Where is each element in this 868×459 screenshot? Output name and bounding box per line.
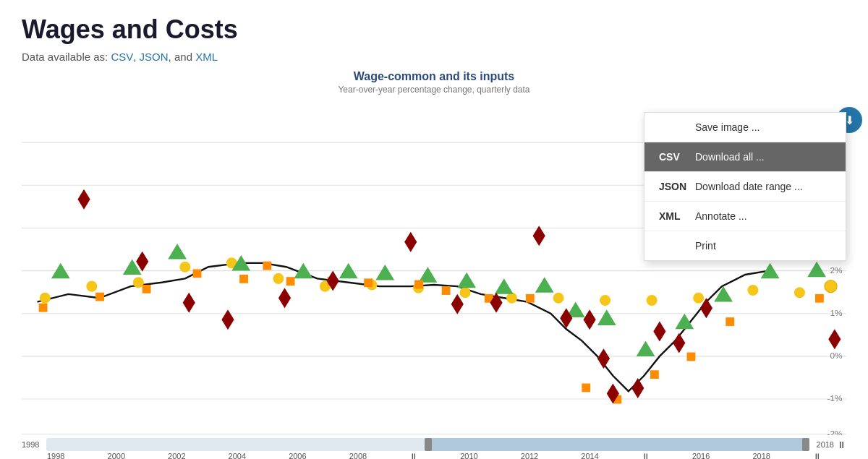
svg-rect-52 bbox=[364, 278, 373, 287]
svg-rect-54 bbox=[442, 286, 451, 295]
data-available-line: Data available as: CSV, JSON, and XML bbox=[22, 51, 846, 63]
save-image-format bbox=[659, 121, 695, 133]
svg-point-24 bbox=[794, 287, 805, 298]
svg-rect-59 bbox=[650, 370, 659, 379]
svg-point-23 bbox=[747, 285, 758, 296]
svg-rect-53 bbox=[414, 280, 423, 289]
annotate-format: XML bbox=[659, 210, 695, 222]
svg-rect-61 bbox=[726, 317, 734, 326]
csv-link[interactable]: CSV bbox=[111, 51, 133, 63]
svg-marker-79 bbox=[673, 333, 685, 353]
bottom-label-2004: 2004 bbox=[229, 452, 246, 459]
bottom-label-2012: 2012 bbox=[521, 452, 538, 459]
svg-marker-41 bbox=[714, 286, 733, 302]
dropdown-item-annotate[interactable]: XML Annotate ... bbox=[644, 202, 846, 231]
bottom-label-1998: 1998 bbox=[47, 452, 64, 459]
timeline-right-handle[interactable] bbox=[802, 438, 809, 451]
bottom-label-2002: 2002 bbox=[168, 452, 185, 459]
svg-marker-43 bbox=[807, 262, 826, 278]
print-label: Print bbox=[695, 240, 716, 252]
svg-rect-48 bbox=[239, 275, 248, 283]
svg-text:0%: 0% bbox=[830, 351, 843, 361]
bottom-pause-1[interactable]: ⏸ bbox=[409, 452, 417, 459]
bottom-label-2016: 2016 bbox=[692, 452, 710, 459]
svg-rect-62 bbox=[815, 294, 824, 303]
bottom-label-2008: 2008 bbox=[349, 452, 367, 459]
data-available-prefix: Data available as: bbox=[22, 51, 111, 63]
svg-marker-72 bbox=[533, 226, 545, 246]
svg-point-19 bbox=[553, 293, 564, 304]
svg-marker-63 bbox=[77, 189, 90, 210]
svg-marker-34 bbox=[457, 273, 476, 288]
svg-point-22 bbox=[693, 293, 704, 304]
svg-marker-74 bbox=[583, 309, 595, 330]
svg-marker-67 bbox=[278, 288, 291, 308]
svg-rect-45 bbox=[95, 293, 104, 301]
svg-rect-56 bbox=[526, 294, 535, 303]
bottom-label-2010: 2010 bbox=[460, 452, 477, 459]
download-all-label: Download all ... bbox=[695, 151, 765, 163]
bottom-label-2006: 2006 bbox=[289, 452, 306, 459]
svg-point-21 bbox=[647, 295, 658, 306]
json-link[interactable]: JSON bbox=[140, 51, 169, 63]
svg-marker-65 bbox=[183, 293, 195, 313]
svg-marker-39 bbox=[637, 340, 655, 356]
svg-marker-32 bbox=[375, 265, 394, 280]
svg-rect-57 bbox=[582, 384, 590, 392]
svg-marker-66 bbox=[221, 309, 234, 330]
svg-point-10 bbox=[133, 277, 144, 288]
xml-link[interactable]: XML bbox=[195, 51, 218, 63]
dropdown-item-save-image[interactable]: Save image ... bbox=[644, 113, 846, 142]
svg-point-13 bbox=[273, 273, 284, 284]
svg-marker-28 bbox=[168, 244, 187, 259]
chart-subtitle: Year-over-year percentage change, quarte… bbox=[22, 85, 846, 95]
svg-marker-70 bbox=[451, 294, 464, 314]
svg-marker-64 bbox=[136, 252, 148, 272]
bottom-label-2000: 2000 bbox=[108, 452, 125, 459]
timeline-left-handle[interactable] bbox=[425, 438, 432, 451]
svg-point-18 bbox=[506, 293, 517, 304]
save-image-label: Save image ... bbox=[695, 121, 760, 133]
svg-point-8 bbox=[40, 293, 51, 304]
svg-marker-78 bbox=[653, 322, 665, 342]
svg-marker-38 bbox=[597, 309, 616, 325]
dropdown-item-download-date-range[interactable]: JSON Download date range ... bbox=[644, 172, 846, 202]
svg-marker-77 bbox=[631, 378, 644, 398]
bottom-label-2014: 2014 bbox=[581, 452, 598, 459]
download-all-format: CSV bbox=[659, 151, 695, 163]
svg-point-11 bbox=[179, 262, 190, 273]
dropdown-item-download-all[interactable]: CSV Download all ... bbox=[644, 142, 846, 172]
bottom-pause-2[interactable]: ⏸ bbox=[642, 452, 650, 459]
timeline-pause-icon[interactable]: ⏸ bbox=[837, 439, 846, 450]
svg-rect-47 bbox=[193, 269, 202, 278]
download-date-range-format: JSON bbox=[659, 181, 695, 192]
svg-point-25 bbox=[825, 280, 837, 293]
svg-text:-1%: -1% bbox=[827, 393, 843, 403]
bottom-pause-3[interactable]: ⏸ bbox=[813, 452, 821, 459]
bottom-label-2018: 2018 bbox=[752, 452, 770, 459]
timeline-bar: 1998 2018 ⏸ bbox=[22, 438, 846, 451]
timeline-start-label: 1998 bbox=[22, 440, 43, 449]
chart-title: Wage-common and its inputs bbox=[22, 70, 846, 83]
svg-point-17 bbox=[459, 287, 470, 298]
svg-marker-69 bbox=[404, 232, 417, 252]
page-title: Wages and Costs bbox=[22, 14, 846, 45]
svg-marker-35 bbox=[495, 278, 514, 294]
dropdown-item-print[interactable]: Print bbox=[644, 231, 846, 260]
download-date-range-label: Download date range ... bbox=[695, 181, 803, 192]
svg-rect-50 bbox=[286, 277, 295, 286]
svg-marker-75 bbox=[597, 348, 610, 369]
svg-marker-81 bbox=[828, 329, 841, 349]
print-format bbox=[659, 240, 695, 252]
svg-point-9 bbox=[86, 281, 97, 292]
annotate-label: Annotate ... bbox=[695, 210, 747, 222]
svg-rect-60 bbox=[687, 353, 696, 361]
svg-marker-36 bbox=[535, 277, 554, 293]
page-container: Wages and Costs Data available as: CSV, … bbox=[0, 0, 868, 459]
svg-text:-2%: -2% bbox=[827, 429, 843, 436]
svg-text:2%: 2% bbox=[830, 265, 843, 275]
svg-rect-46 bbox=[142, 285, 151, 293]
svg-rect-44 bbox=[39, 304, 48, 312]
timeline-end-label: 2018 bbox=[812, 440, 834, 449]
svg-rect-49 bbox=[263, 262, 271, 270]
